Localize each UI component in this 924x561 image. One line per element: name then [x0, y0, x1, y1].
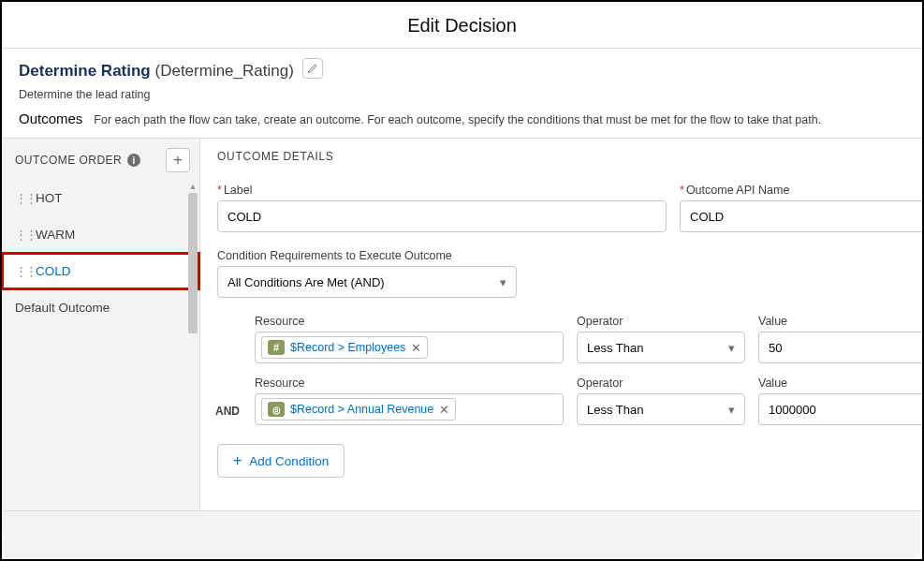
decision-api-name: (Determine_Rating): [154, 62, 293, 80]
drag-handle-icon[interactable]: ⋮⋮: [15, 264, 26, 278]
number-icon: #: [268, 340, 285, 355]
condition-row: Resource # $Record > Employees ✕ Operato…: [255, 315, 922, 363]
outcome-api-input[interactable]: [680, 200, 922, 232]
drag-handle-icon[interactable]: ⋮⋮: [15, 228, 26, 242]
operator-value: Less Than: [587, 341, 643, 355]
chevron-down-icon: ▾: [728, 341, 735, 355]
chevron-down-icon: ▾: [500, 275, 506, 289]
outcome-details-panel: OUTCOME DETAILS *Label *Outcome API Name…: [200, 139, 922, 536]
resource-column-label: Resource: [255, 376, 564, 390]
resource-pill-text: $Record > Employees: [290, 341, 405, 354]
resource-input[interactable]: # $Record > Employees ✕: [255, 332, 564, 363]
resource-pill-text: $Record > Annual Revenue: [290, 403, 433, 416]
pencil-icon: [307, 63, 318, 74]
operator-value: Less Than: [587, 403, 643, 417]
operator-column-label: Operator: [577, 376, 745, 390]
outcome-item-hot[interactable]: ⋮⋮ HOT: [2, 180, 199, 216]
value-column-label: Value: [758, 315, 922, 328]
edit-label-button[interactable]: [302, 58, 323, 79]
chevron-down-icon: ▾: [728, 403, 735, 417]
modal-footer: [4, 510, 920, 557]
decision-description: Determine the lead rating: [2, 84, 922, 111]
operator-column-label: Operator: [577, 315, 745, 328]
condition-row: AND Resource ◎ $Record > Annual Revenue …: [255, 376, 922, 425]
remove-pill-icon[interactable]: ✕: [411, 341, 421, 355]
resource-column-label: Resource: [255, 315, 564, 328]
decision-label: Determine Rating: [19, 62, 151, 80]
scroll-up-icon[interactable]: ▲: [188, 182, 198, 191]
resource-input[interactable]: ◎ $Record > Annual Revenue ✕: [255, 393, 564, 425]
drag-handle-icon[interactable]: ⋮⋮: [15, 191, 26, 205]
outcome-label-input[interactable]: [217, 200, 667, 232]
outcome-order-heading: OUTCOME ORDER: [15, 154, 122, 167]
resource-pill: # $Record > Employees ✕: [261, 336, 428, 359]
api-field-label: Outcome API Name: [686, 184, 789, 197]
plus-icon: +: [233, 452, 242, 469]
outcome-item-label: HOT: [36, 191, 63, 205]
and-label: AND: [215, 405, 240, 418]
add-condition-label: Add Condition: [249, 454, 329, 468]
modal-title: Edit Decision: [2, 2, 922, 48]
sidebar-scrollbar[interactable]: ▲: [186, 182, 199, 536]
condition-requirements-select[interactable]: All Conditions Are Met (AND) ▾: [217, 266, 517, 298]
scroll-thumb[interactable]: [188, 193, 198, 333]
value-input[interactable]: [758, 393, 922, 425]
outcomes-instruction: For each path the flow can take, create …: [94, 113, 821, 126]
operator-select[interactable]: Less Than ▾: [577, 332, 745, 363]
currency-icon: ◎: [268, 402, 285, 417]
outcome-item-label: WARM: [36, 228, 75, 242]
outcome-item-default[interactable]: Default Outcome: [2, 289, 199, 326]
value-input[interactable]: [758, 332, 922, 363]
decision-heading: Determine Rating (Determine_Rating): [19, 62, 299, 80]
outcomes-heading: Outcomes: [19, 111, 82, 126]
outcome-item-warm[interactable]: ⋮⋮ WARM: [2, 216, 199, 253]
resource-pill: ◎ $Record > Annual Revenue ✕: [261, 398, 456, 421]
label-field-label: Label: [224, 184, 253, 197]
outcome-details-heading: OUTCOME DETAILS: [217, 150, 922, 163]
operator-select[interactable]: Less Than ▾: [577, 393, 745, 425]
remove-pill-icon[interactable]: ✕: [439, 403, 449, 417]
outcome-item-label: COLD: [36, 264, 71, 278]
outcome-item-cold[interactable]: ⋮⋮ COLD: [2, 253, 199, 289]
add-outcome-button[interactable]: +: [166, 148, 190, 172]
info-icon[interactable]: i: [127, 154, 140, 167]
value-column-label: Value: [758, 376, 922, 390]
add-condition-button[interactable]: + Add Condition: [217, 444, 345, 478]
condition-requirements-value: All Conditions Are Met (AND): [227, 275, 385, 289]
condition-requirements-label: Condition Requirements to Execute Outcom…: [217, 249, 922, 262]
outcome-order-sidebar: OUTCOME ORDER i + ⋮⋮ HOT ⋮⋮ WARM ⋮⋮ COLD…: [2, 139, 200, 536]
